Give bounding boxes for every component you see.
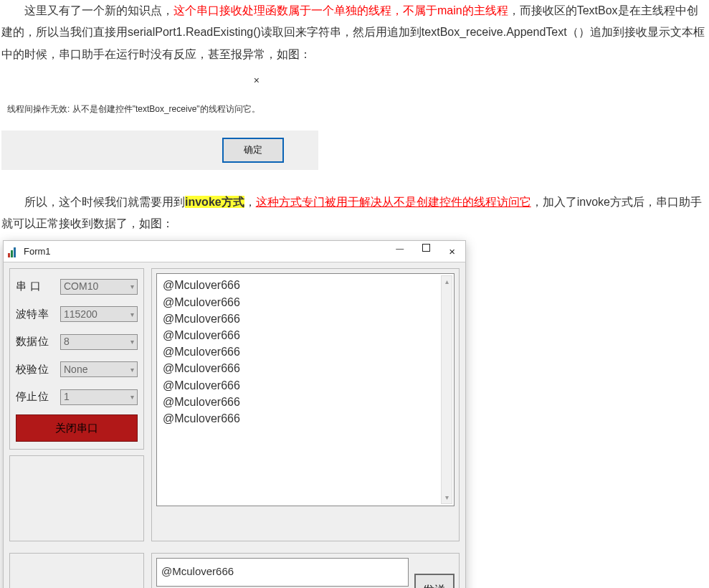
receive-line: @Mculover666 <box>163 277 448 293</box>
stop-label: 停止位 <box>16 387 53 407</box>
send-textbox[interactable]: @Mculover666 <box>156 558 409 587</box>
paragraph-1: 这里又有了一个新的知识点，这个串口接收处理函数属于一个单独的线程，不属于main… <box>1 0 708 65</box>
data-combo[interactable]: 8▾ <box>60 334 138 350</box>
emphasis-red: 这个串口接收处理函数属于一个单独的线程，不属于main的主线程 <box>173 4 508 16</box>
receive-line: @Mculover666 <box>163 360 448 376</box>
dialog-button-bar: 确定 <box>1 131 318 170</box>
port-combo[interactable]: COM10▾ <box>60 279 138 295</box>
article-body: 这里又有了一个新的知识点，这个串口接收处理函数属于一个单独的线程，不属于main… <box>0 0 709 588</box>
chevron-down-icon: ▾ <box>130 390 134 404</box>
ok-button[interactable]: 确定 <box>222 138 284 163</box>
close-port-button[interactable]: 关闭串口 <box>16 414 138 442</box>
close-icon: × <box>254 71 260 90</box>
baud-combo[interactable]: 115200▾ <box>60 306 138 322</box>
empty-group-left <box>9 455 144 541</box>
receive-group: ▴ ▾ @Mculover666@Mculover666@Mculover666… <box>151 268 460 541</box>
minimize-icon[interactable] <box>396 242 404 262</box>
scrollbar[interactable]: ▴ ▾ <box>441 275 452 504</box>
port-label: 串 口 <box>16 276 53 297</box>
error-message: 线程间操作无效: 从不是创建控件"textBox_receive"的线程访问它。 <box>1 71 318 131</box>
receive-line: @Mculover666 <box>163 377 448 394</box>
scroll-up-icon[interactable]: ▴ <box>442 276 452 288</box>
data-label: 数据位 <box>16 331 53 352</box>
empty-group-bottom-left <box>9 553 144 588</box>
chevron-down-icon: ▾ <box>130 335 134 348</box>
close-icon[interactable]: × <box>449 242 455 262</box>
emphasis-red-underline: 这种方式专门被用于解决从不是创建控件的线程访问它 <box>256 196 531 208</box>
receive-line: @Mculover666 <box>163 394 448 410</box>
baud-label: 波特率 <box>16 304 53 325</box>
titlebar: Form1 × <box>4 241 465 262</box>
serial-config-group: 串 口 COM10▾ 波特率 115200▾ 数据位 8▾ 校验位 None▾ <box>9 268 144 450</box>
window-controls: × <box>396 242 461 262</box>
stop-combo[interactable]: 1▾ <box>60 389 138 405</box>
app-icon <box>8 246 19 257</box>
scroll-down-icon[interactable]: ▾ <box>442 492 452 503</box>
send-button[interactable]: 发送 <box>414 574 455 588</box>
error-dialog-screenshot: × 线程间操作无效: 从不是创建控件"textBox_receive"的线程访问… <box>1 71 318 169</box>
receive-line: @Mculover666 <box>163 410 448 427</box>
chevron-down-icon: ▾ <box>130 280 134 293</box>
receive-line: @Mculover666 <box>163 294 448 310</box>
text: 所以，这个时候我们就需要用到 <box>1 196 185 208</box>
receive-line: @Mculover666 <box>163 343 448 360</box>
parity-label: 校验位 <box>16 359 53 380</box>
highlight-invoke: invoke方式 <box>185 196 244 208</box>
maximize-icon[interactable] <box>422 244 430 252</box>
window-title: Form1 <box>24 243 51 261</box>
form1-window-screenshot: Form1 × 串 口 COM10▾ 波特率 115200▾ <box>3 240 466 588</box>
receive-line: @Mculover666 <box>163 310 448 327</box>
receive-line: @Mculover666 <box>163 327 448 343</box>
receive-textbox[interactable]: ▴ ▾ @Mculover666@Mculover666@Mculover666… <box>156 273 455 506</box>
text: 这里又有了一个新的知识点， <box>1 4 173 16</box>
chevron-down-icon: ▾ <box>130 308 134 321</box>
paragraph-2: 所以，这个时候我们就需要用到invoke方式，这种方式专门被用于解决从不是创建控… <box>1 191 708 235</box>
parity-combo[interactable]: None▾ <box>60 361 138 377</box>
chevron-down-icon: ▾ <box>130 363 134 376</box>
send-group: @Mculover666 发送 <box>151 553 460 588</box>
text: ， <box>244 196 256 208</box>
